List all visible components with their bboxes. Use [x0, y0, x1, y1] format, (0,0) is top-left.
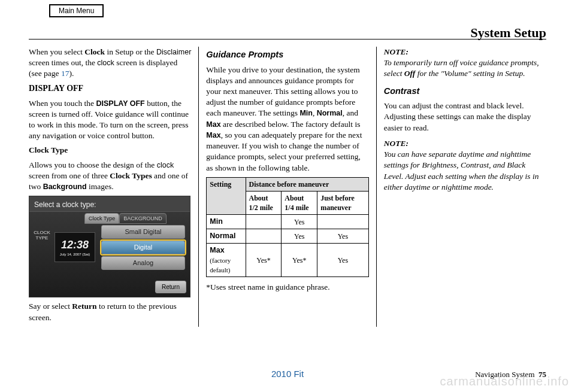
column-1: When you select Clock in Setup or the Di…: [29, 47, 198, 327]
text: for the "Volume" setting in Setup.: [415, 69, 525, 78]
note-heading: NOTE:: [384, 47, 408, 56]
text: Max: [210, 246, 224, 254]
clock-preview-date: July 14, 2007 (Sat): [60, 252, 90, 257]
td: Yes: [317, 244, 369, 277]
td: Yes: [282, 229, 317, 244]
text-sans: Disclaimer: [156, 48, 191, 56]
tab-clock-type[interactable]: Clock Type: [84, 213, 119, 224]
td: Yes*: [282, 244, 317, 277]
td: [246, 229, 282, 244]
text: Say or select: [29, 302, 72, 311]
text: Min: [210, 217, 223, 226]
th-setting: Setting: [207, 177, 246, 215]
text: Just before maneuver: [320, 194, 355, 212]
text: You can have separate daytime and nightt…: [384, 150, 539, 192]
text: About 1/2 mile: [249, 194, 273, 212]
td: Yes: [282, 215, 317, 229]
display-off-paragraph: When you touch the DISPLAY OFF button, t…: [29, 98, 191, 142]
note-heading: NOTE:: [384, 139, 408, 148]
text: ,: [313, 108, 317, 117]
td: Yes*: [246, 244, 282, 277]
th-sub3: Just before maneuver: [317, 191, 369, 214]
screenshot-side-label: CLOCK TYPE: [32, 230, 52, 241]
guidance-paragraph: While you drive to your destination, the…: [206, 65, 368, 174]
watermark: carmanualsonline.info: [440, 373, 569, 390]
td: Yes: [317, 229, 369, 244]
heading-display-off: DISPLAY OFF: [29, 83, 191, 95]
header-rule: [29, 39, 546, 39]
clock-type-screenshot: Select a clock type: CLOCK TYPE Clock Ty…: [29, 196, 190, 297]
text: Normal: [210, 232, 235, 240]
td-label: Normal: [207, 229, 246, 244]
option-analog[interactable]: Analog: [101, 256, 185, 270]
heading-guidance-prompts: Guidance Prompts: [206, 49, 368, 61]
clock-preview: 12:38 July 14, 2007 (Sat): [55, 232, 95, 262]
text: (factory default): [210, 257, 231, 274]
th-distance: Distance before maneuver: [246, 177, 368, 191]
text-bold: Clock: [84, 47, 105, 56]
text: , so you can adequately prepare for the …: [206, 130, 362, 172]
text: in Setup or the: [105, 47, 156, 56]
text-bold: DISPLAY OFF: [96, 99, 144, 108]
note-1: NOTE: To temporarily turn off voice guid…: [384, 47, 546, 80]
guidance-table: Setting Distance before maneuver About 1…: [206, 177, 368, 278]
text-bold: Off: [404, 69, 416, 78]
table-row: Setting Distance before maneuver: [207, 177, 368, 191]
main-menu-button[interactable]: Main Menu: [49, 4, 104, 17]
text-bold: Clock Types: [110, 171, 152, 180]
th-sub1: About 1/2 mile: [246, 191, 282, 214]
td-label: Max(factory default): [207, 244, 246, 277]
intro-paragraph: When you select Clock in Setup or the Di…: [29, 47, 191, 80]
text-bold: Normal: [317, 109, 343, 117]
contrast-paragraph: You can adjust the contrast and black le…: [384, 101, 546, 133]
table-row: Min Yes: [207, 215, 368, 229]
note-2: NOTE: You can have separate daytime and …: [384, 138, 546, 193]
table-row: Max(factory default) Yes* Yes* Yes: [207, 244, 368, 277]
text-sans: clock: [97, 59, 114, 67]
text-bold: Max: [206, 120, 220, 129]
text: About 1/4 mile: [285, 194, 308, 212]
tab-background[interactable]: BACKGROUND: [119, 213, 167, 224]
column-3: NOTE: To temporarily turn off voice guid…: [376, 47, 546, 327]
content-columns: When you select Clock in Setup or the Di…: [29, 47, 546, 327]
td: [246, 215, 282, 229]
text-bold: Max: [206, 131, 220, 139]
text-bold: Background: [43, 183, 87, 191]
option-small-digital[interactable]: Small Digital: [101, 225, 185, 239]
text: ).: [69, 69, 74, 78]
page-link-17[interactable]: 17: [61, 69, 69, 78]
text-bold: Return: [72, 302, 96, 311]
text: When you select: [29, 47, 84, 56]
th-sub2: About 1/4 mile: [282, 191, 317, 214]
text: screen times out, the: [29, 58, 97, 67]
clock-preview-time: 12:38: [61, 238, 89, 252]
clock-type-paragraph: Allows you to choose the design of the c…: [29, 160, 191, 193]
text-bold: Min: [299, 109, 313, 117]
return-button[interactable]: Return: [155, 281, 186, 294]
clock-options: Small Digital Digital Analog: [101, 225, 185, 270]
text: Allows you to choose the design of the: [29, 160, 157, 169]
screenshot-title: Select a clock type:: [29, 196, 190, 212]
text: are described below. The factory default…: [221, 120, 361, 129]
text: , and: [343, 108, 358, 117]
heading-contrast: Contrast: [384, 86, 546, 98]
column-2: Guidance Prompts While you drive to your…: [198, 47, 376, 327]
text: screen from one of three: [29, 171, 110, 180]
screenshot-tabs: Clock Type BACKGROUND: [84, 213, 167, 224]
text: When you touch the: [29, 99, 96, 108]
table-footnote: *Uses street name in guidance phrase.: [206, 282, 368, 293]
text-sans: clock: [157, 161, 174, 169]
text: images.: [87, 182, 114, 191]
return-paragraph: Say or select Return to return to the pr…: [29, 301, 191, 323]
td-label: Min: [207, 215, 246, 229]
option-digital[interactable]: Digital: [101, 241, 185, 254]
heading-clock-type: Clock Type: [29, 145, 191, 156]
table-row: Normal Yes Yes: [207, 229, 368, 244]
td: [317, 215, 369, 229]
